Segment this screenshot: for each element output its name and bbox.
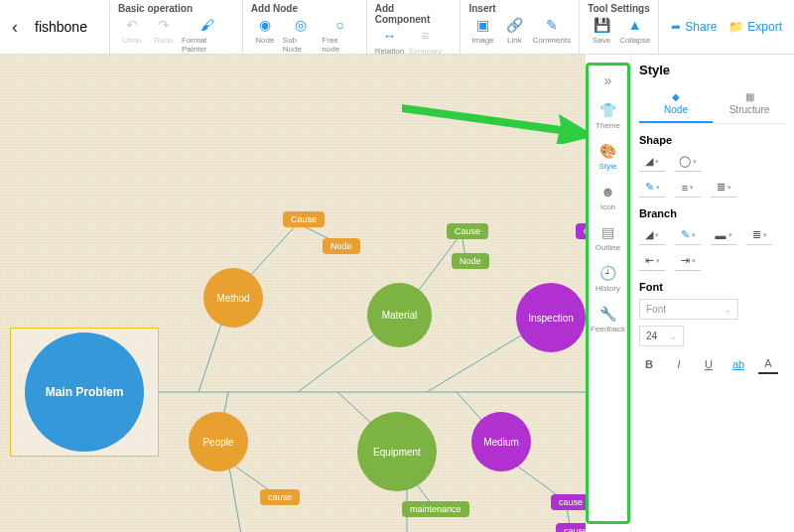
strip-collapse[interactable]: » bbox=[589, 66, 627, 95]
strip-theme[interactable]: 👕Theme bbox=[589, 95, 627, 136]
diagram-canvas[interactable]: Main Problem Method Material Inspection … bbox=[0, 55, 586, 532]
export-button[interactable]: 📁Export bbox=[728, 20, 782, 34]
undo-button[interactable]: ↶ Undo bbox=[118, 16, 146, 54]
shape-control[interactable]: ◯▾ bbox=[675, 152, 701, 172]
main-problem-node[interactable]: Main Problem bbox=[25, 332, 144, 452]
tab-node[interactable]: ◆Node bbox=[639, 85, 713, 123]
fill-icon: ◢ bbox=[645, 155, 653, 168]
arrow-left-icon: ⇤ bbox=[645, 254, 654, 267]
format-painter-button[interactable]: 🖌 Format Painter bbox=[182, 16, 234, 54]
branch-width-icon: ≣ bbox=[752, 228, 761, 241]
tag-inspection-ca[interactable]: Ca bbox=[576, 223, 586, 239]
tag-material-node[interactable]: Node bbox=[452, 253, 489, 269]
share-button[interactable]: ➦Share bbox=[671, 20, 717, 34]
node-method[interactable]: Method bbox=[203, 268, 263, 328]
group-tool-settings-title: Tool Settings bbox=[588, 3, 650, 14]
tag-medium-cause[interactable]: cause bbox=[551, 494, 586, 510]
save-button[interactable]: 💾Save bbox=[588, 16, 615, 45]
line-icon: ≡ bbox=[682, 182, 688, 194]
tag-method-node[interactable]: Node bbox=[323, 238, 360, 254]
branch-fill-control[interactable]: ◢▾ bbox=[639, 225, 665, 245]
free-node-button[interactable]: ○Free node bbox=[322, 16, 357, 54]
pen-icon: ✎ bbox=[645, 181, 654, 194]
node-tab-icon: ◆ bbox=[672, 91, 680, 102]
node-icon: ◉ bbox=[256, 16, 274, 34]
format-painter-icon: 🖌 bbox=[198, 16, 216, 34]
text-fill-button[interactable]: A bbox=[758, 354, 778, 374]
svg-marker-18 bbox=[402, 104, 586, 144]
panel-tabs: ◆Node ▦Structure bbox=[639, 85, 786, 124]
group-insert-title: Insert bbox=[468, 3, 571, 14]
collapse-icon: ▲ bbox=[626, 16, 644, 34]
group-add-node: Add Node ◉Node ◎Sub Node ○Free node bbox=[242, 0, 366, 54]
sub-node-icon: ◎ bbox=[292, 16, 310, 34]
strip-feedback[interactable]: 🔧Feedback bbox=[589, 299, 627, 339]
chevron-down-icon: ⌄ bbox=[724, 304, 731, 315]
group-tool-settings: Tool Settings 💾Save ▲Collapse bbox=[579, 0, 658, 54]
group-add-node-title: Add Node bbox=[251, 3, 358, 14]
strip-icon-btn[interactable]: ☻Icon bbox=[589, 177, 627, 217]
back-button[interactable]: ‹ bbox=[0, 0, 30, 54]
summary-icon: ≡ bbox=[416, 27, 434, 45]
image-button[interactable]: ▣Image bbox=[468, 16, 496, 45]
strip-history[interactable]: 🕘History bbox=[589, 258, 627, 299]
relation-button[interactable]: ↔Relation bbox=[375, 27, 404, 56]
font-family-select[interactable]: Font⌄ bbox=[639, 299, 738, 320]
strip-outline[interactable]: ▤Outline bbox=[589, 217, 627, 258]
tag-method-cause[interactable]: Cause bbox=[283, 211, 325, 227]
tag-equip-maint[interactable]: maintenance bbox=[402, 501, 469, 517]
tag-people-cause[interactable]: cause bbox=[260, 489, 300, 505]
document-title: fishbone bbox=[30, 0, 109, 54]
tab-structure[interactable]: ▦Structure bbox=[713, 85, 786, 123]
underline-button[interactable]: U bbox=[699, 354, 719, 374]
export-icon: 📁 bbox=[728, 20, 743, 34]
node-button[interactable]: ◉Node bbox=[251, 16, 279, 54]
node-medium[interactable]: Medium bbox=[471, 412, 531, 471]
style-icon: 🎨 bbox=[599, 142, 617, 160]
redo-button[interactable]: ↷ Redo bbox=[150, 16, 178, 54]
bold-button[interactable]: B bbox=[639, 354, 659, 374]
summary-button[interactable]: ≡Summary bbox=[408, 27, 442, 56]
main-node-selection[interactable]: Main Problem bbox=[10, 328, 159, 457]
arrow-annotation bbox=[402, 84, 586, 144]
font-size-select[interactable]: 24⌄ bbox=[639, 326, 684, 346]
branch-arrow-right[interactable]: ⇥▾ bbox=[675, 251, 701, 271]
italic-button[interactable]: I bbox=[669, 354, 689, 374]
border-color-control[interactable]: ✎▾ bbox=[639, 178, 665, 198]
node-equipment[interactable]: Equipment bbox=[357, 412, 437, 491]
branch-line-icon: ▬ bbox=[716, 229, 727, 241]
node-inspection[interactable]: Inspection bbox=[516, 283, 586, 352]
group-basic-title: Basic operation bbox=[118, 3, 234, 14]
arrow-right-icon: ⇥ bbox=[681, 254, 690, 267]
top-right-actions: ➦Share 📁Export bbox=[658, 0, 794, 54]
tag-material-cause[interactable]: Cause bbox=[447, 223, 488, 239]
border-style-control[interactable]: ≡▾ bbox=[675, 178, 701, 198]
node-material[interactable]: Material bbox=[367, 283, 432, 347]
branch-width-control[interactable]: ≣▾ bbox=[746, 225, 772, 245]
chevron-right-icon: » bbox=[599, 71, 617, 89]
redo-icon: ↷ bbox=[155, 16, 173, 34]
strip-style[interactable]: 🎨Style bbox=[589, 136, 627, 177]
branch-style-control[interactable]: ▬▾ bbox=[711, 225, 736, 245]
face-icon: ☻ bbox=[599, 183, 617, 200]
branch-arrow-left[interactable]: ⇤▾ bbox=[639, 251, 665, 271]
free-node-icon: ○ bbox=[331, 16, 349, 34]
collapse-button[interactable]: ▲Collapse bbox=[619, 16, 650, 45]
history-icon: 🕘 bbox=[599, 264, 617, 282]
link-button[interactable]: 🔗Link bbox=[500, 16, 528, 45]
text-color-button[interactable]: ab bbox=[728, 354, 748, 374]
structure-tab-icon: ▦ bbox=[745, 91, 754, 102]
section-shape: Shape bbox=[639, 134, 786, 146]
main-area: Main Problem Method Material Inspection … bbox=[0, 55, 794, 532]
style-panel: Style ◆Node ▦Structure Shape ◢▾ ◯▾ ✎▾ ≡▾… bbox=[630, 55, 794, 532]
branch-color-control[interactable]: ✎▾ bbox=[675, 225, 701, 245]
fill-color-control[interactable]: ◢▾ bbox=[639, 152, 665, 172]
relation-icon: ↔ bbox=[380, 27, 398, 45]
node-people[interactable]: People bbox=[189, 412, 248, 471]
group-insert: Insert ▣Image 🔗Link ✎Comments bbox=[460, 0, 579, 54]
tag-medium-cause2[interactable]: cause bbox=[556, 523, 586, 532]
border-width-control[interactable]: ≣▾ bbox=[711, 178, 736, 198]
sub-node-button[interactable]: ◎Sub Node bbox=[283, 16, 319, 54]
comments-button[interactable]: ✎Comments bbox=[532, 16, 571, 45]
toolbar: Basic operation ↶ Undo ↷ Redo 🖌 Format P… bbox=[109, 0, 658, 54]
